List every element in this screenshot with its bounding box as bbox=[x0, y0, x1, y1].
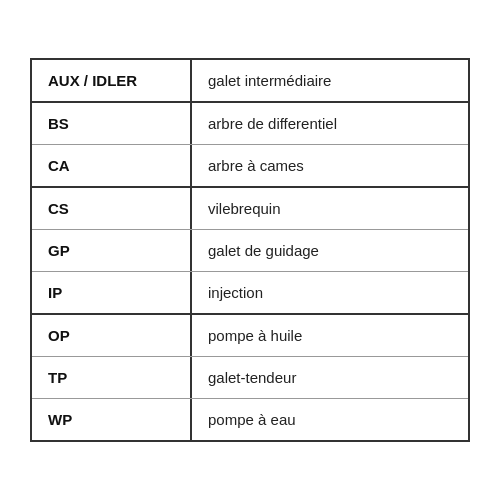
description-cell: galet intermédiaire bbox=[192, 60, 468, 101]
table-row: AUX / IDLERgalet intermédiaire bbox=[32, 60, 468, 103]
code-cell: AUX / IDLER bbox=[32, 60, 192, 101]
table-row: IPinjection bbox=[32, 272, 468, 315]
description-cell: injection bbox=[192, 272, 468, 313]
code-cell: CA bbox=[32, 145, 192, 186]
description-cell: galet-tendeur bbox=[192, 357, 468, 398]
description-cell: vilebrequin bbox=[192, 188, 468, 229]
code-cell: CS bbox=[32, 188, 192, 229]
table-row: WPpompe à eau bbox=[32, 399, 468, 440]
table-row: GPgalet de guidage bbox=[32, 230, 468, 272]
table-row: CSvilebrequin bbox=[32, 188, 468, 230]
code-cell: TP bbox=[32, 357, 192, 398]
code-cell: WP bbox=[32, 399, 192, 440]
description-cell: galet de guidage bbox=[192, 230, 468, 271]
description-cell: arbre de differentiel bbox=[192, 103, 468, 144]
description-cell: pompe à huile bbox=[192, 315, 468, 356]
abbreviations-table: AUX / IDLERgalet intermédiaireBSarbre de… bbox=[30, 58, 470, 442]
code-cell: OP bbox=[32, 315, 192, 356]
table-row: BSarbre de differentiel bbox=[32, 103, 468, 145]
code-cell: GP bbox=[32, 230, 192, 271]
code-cell: IP bbox=[32, 272, 192, 313]
table-row: OPpompe à huile bbox=[32, 315, 468, 357]
description-cell: arbre à cames bbox=[192, 145, 468, 186]
description-cell: pompe à eau bbox=[192, 399, 468, 440]
code-cell: BS bbox=[32, 103, 192, 144]
table-row: TPgalet-tendeur bbox=[32, 357, 468, 399]
table-row: CAarbre à cames bbox=[32, 145, 468, 188]
